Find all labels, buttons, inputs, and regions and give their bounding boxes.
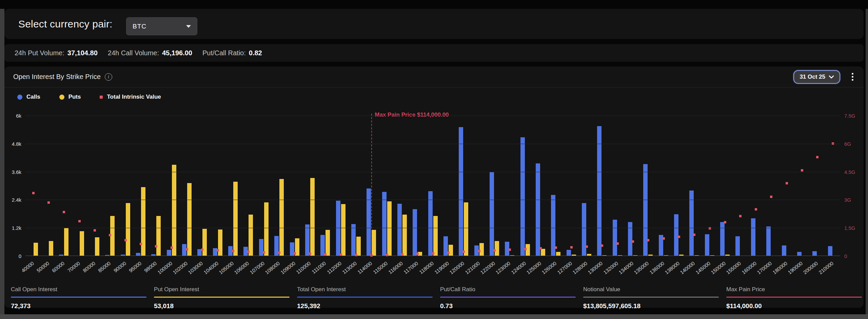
legend-item-intrinsic[interactable]: Total Intrinsic Value (100, 94, 161, 100)
intrinsic-value-dot[interactable] (155, 245, 157, 247)
calls-bar[interactable] (382, 192, 387, 256)
puts-bar[interactable] (264, 202, 269, 256)
puts-bar[interactable] (279, 179, 284, 256)
puts-bar[interactable] (541, 249, 545, 256)
intrinsic-value-dot[interactable] (616, 242, 619, 245)
calls-bar[interactable] (367, 188, 371, 256)
intrinsic-value-dot[interactable] (247, 251, 250, 253)
intrinsic-value-dot[interactable] (801, 169, 803, 172)
strike-group-145000[interactable] (702, 116, 717, 256)
intrinsic-value-dot[interactable] (693, 234, 695, 236)
intrinsic-value-dot[interactable] (171, 246, 173, 249)
strike-group-105000[interactable] (225, 116, 240, 256)
intrinsic-value-dot[interactable] (186, 248, 188, 251)
puts-bar[interactable] (64, 228, 68, 256)
strike-group-115000[interactable] (379, 116, 394, 256)
strike-group-98000[interactable] (149, 116, 164, 256)
strike-group-126000[interactable] (548, 116, 564, 256)
intrinsic-value-dot[interactable] (47, 201, 50, 204)
strike-group-95000[interactable] (133, 116, 148, 256)
puts-bar[interactable] (202, 229, 207, 256)
strike-group-120000[interactable] (456, 116, 471, 256)
strike-group-135000[interactable] (640, 116, 656, 256)
intrinsic-value-dot[interactable] (555, 246, 557, 249)
puts-bar[interactable] (356, 237, 361, 256)
strike-group-110000[interactable] (302, 116, 317, 256)
intrinsic-value-dot[interactable] (78, 220, 81, 222)
strike-group-127000[interactable] (564, 116, 579, 256)
strike-group-130000[interactable] (594, 116, 610, 256)
calls-bar[interactable] (705, 234, 709, 256)
strike-group-80000[interactable] (87, 116, 102, 256)
intrinsic-value-dot[interactable] (294, 252, 296, 255)
intrinsic-value-dot[interactable] (447, 252, 450, 254)
calls-bar[interactable] (490, 172, 494, 256)
puts-bar[interactable] (80, 231, 84, 256)
puts-bar[interactable] (464, 202, 468, 256)
puts-bar[interactable] (387, 201, 392, 256)
puts-bar[interactable] (187, 183, 192, 256)
strike-group-128000[interactable] (579, 116, 594, 256)
calls-bar[interactable] (720, 222, 725, 256)
strike-group-60000[interactable] (56, 116, 72, 256)
puts-bar[interactable] (95, 237, 99, 256)
more-options-menu[interactable] (850, 72, 855, 82)
strike-group-122000[interactable] (487, 116, 502, 256)
strike-group-121000[interactable] (471, 116, 487, 256)
puts-bar[interactable] (141, 187, 145, 256)
strike-group-210000[interactable] (825, 116, 840, 256)
puts-bar[interactable] (433, 216, 438, 256)
strike-group-111000[interactable] (318, 116, 333, 256)
strike-group-160000[interactable] (748, 116, 763, 256)
calls-bar[interactable] (597, 126, 601, 256)
puts-bar[interactable] (449, 245, 453, 256)
strike-group-50000[interactable] (41, 116, 56, 256)
calls-bar[interactable] (613, 220, 617, 256)
scrollbar[interactable] (866, 9, 868, 314)
strike-group-136000[interactable] (656, 116, 671, 256)
intrinsic-value-dot[interactable] (816, 156, 818, 158)
info-icon[interactable]: i (105, 73, 112, 81)
puts-bar[interactable] (156, 216, 161, 256)
puts-bar[interactable] (556, 252, 560, 256)
strike-group-119000[interactable] (440, 116, 456, 256)
intrinsic-value-dot[interactable] (724, 221, 726, 223)
calls-bar[interactable] (320, 235, 325, 256)
puts-bar[interactable] (34, 243, 38, 256)
intrinsic-value-dot[interactable] (586, 245, 588, 248)
intrinsic-value-dot[interactable] (324, 253, 327, 256)
intrinsic-value-dot[interactable] (109, 234, 111, 236)
intrinsic-value-dot[interactable] (524, 248, 527, 250)
puts-bar[interactable] (341, 204, 346, 256)
legend-item-puts[interactable]: Puts (59, 94, 81, 100)
strike-group-134000[interactable] (625, 116, 640, 256)
intrinsic-value-dot[interactable] (478, 250, 480, 252)
intrinsic-value-dot[interactable] (755, 208, 757, 211)
strike-group-155000[interactable] (733, 116, 748, 256)
calls-bar[interactable] (413, 209, 417, 256)
calls-bar[interactable] (397, 204, 402, 256)
intrinsic-value-dot[interactable] (201, 248, 203, 251)
strike-group-114000[interactable]: Max Pain Price $114,000.00 (364, 116, 379, 256)
strike-group-108000[interactable] (272, 116, 287, 256)
strike-group-180000[interactable] (779, 116, 794, 256)
puts-bar[interactable] (126, 203, 130, 256)
strike-group-125000[interactable] (533, 116, 548, 256)
puts-bar[interactable] (218, 230, 222, 256)
intrinsic-value-dot[interactable] (601, 244, 603, 247)
calls-bar[interactable] (305, 224, 310, 256)
intrinsic-value-dot[interactable] (263, 251, 265, 254)
strike-group-90000[interactable] (118, 116, 133, 256)
calls-bar[interactable] (459, 127, 463, 256)
legend-item-calls[interactable]: Calls (17, 94, 40, 100)
puts-bar[interactable] (402, 215, 407, 256)
strike-group-109000[interactable] (287, 116, 302, 256)
calls-bar[interactable] (797, 252, 802, 256)
intrinsic-value-dot[interactable] (416, 253, 419, 255)
strike-group-170000[interactable] (764, 116, 779, 256)
intrinsic-value-dot[interactable] (462, 251, 465, 253)
puts-bar[interactable] (310, 178, 315, 256)
strike-group-106000[interactable] (241, 116, 256, 256)
intrinsic-value-dot[interactable] (663, 237, 665, 240)
intrinsic-value-dot[interactable] (32, 192, 35, 194)
